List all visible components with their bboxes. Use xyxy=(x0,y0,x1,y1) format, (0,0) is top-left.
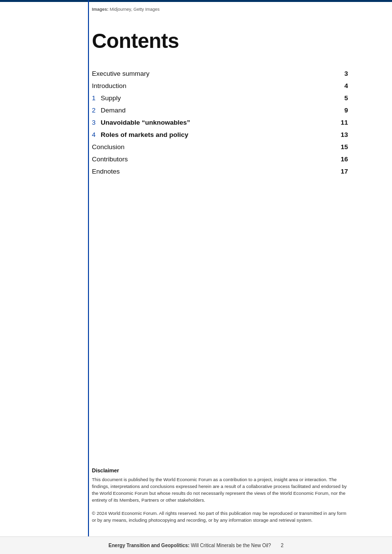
toc-row: Contributors16 xyxy=(92,153,348,165)
footer-page-number: 2 xyxy=(281,543,283,548)
toc-left: 2Demand xyxy=(92,107,338,114)
toc-left: Contributors xyxy=(92,155,338,163)
toc-item-label: Supply xyxy=(101,94,121,102)
footer-title-bold: Energy Transition and Geopolitics: xyxy=(109,543,190,548)
toc-item-label: Contributors xyxy=(92,155,128,163)
toc-page-number: 17 xyxy=(338,168,348,175)
toc-page-number: 3 xyxy=(338,70,348,77)
toc-row: Executive summary3 xyxy=(92,67,348,80)
toc-item-label: Roles of markets and policy xyxy=(101,131,188,138)
page: Images: Midjourney, Getty Images Content… xyxy=(0,0,392,554)
toc-left: Introduction xyxy=(92,82,338,89)
toc-dots xyxy=(152,75,338,76)
toc-item-number: 3 xyxy=(92,119,99,126)
page-title: Contents xyxy=(92,29,348,53)
toc-left: Endnotes xyxy=(92,168,338,175)
toc-row: Introduction4 xyxy=(92,80,348,92)
toc-item-label: Introduction xyxy=(92,82,127,89)
disclaimer-body: This document is published by the World … xyxy=(92,476,348,504)
toc-item-number: 2 xyxy=(92,107,99,114)
toc-row: 4Roles of markets and policy13 xyxy=(92,129,348,141)
toc-left: 4Roles of markets and policy xyxy=(92,131,338,138)
images-value: Midjourney, Getty Images xyxy=(110,7,160,12)
toc-item-label: Endnotes xyxy=(92,168,120,175)
table-of-contents: Executive summary3Introduction41Supply52… xyxy=(92,67,348,177)
toc-dots xyxy=(190,136,338,137)
toc-row: Conclusion15 xyxy=(92,141,348,153)
toc-page-number: 11 xyxy=(338,119,348,126)
toc-dots xyxy=(127,149,338,149)
footer: Energy Transition and Geopolitics: Will … xyxy=(0,536,392,554)
toc-page-number: 16 xyxy=(338,155,348,163)
toc-dots xyxy=(192,124,338,125)
toc-page-number: 13 xyxy=(338,131,348,138)
toc-row: 2Demand9 xyxy=(92,104,348,116)
toc-left: Conclusion xyxy=(92,143,338,151)
toc-item-number: 4 xyxy=(92,131,99,138)
toc-item-label: Unavoidable “unknowables” xyxy=(101,119,190,126)
toc-row: Endnotes17 xyxy=(92,165,348,177)
content-area: Contents Executive summary3Introduction4… xyxy=(92,29,348,177)
toc-left: Executive summary xyxy=(92,70,338,77)
images-label: Images: xyxy=(92,7,109,12)
toc-left: 1Supply xyxy=(92,94,338,102)
toc-page-number: 4 xyxy=(338,82,348,89)
disclaimer-copyright: © 2024 World Economic Forum. All rights … xyxy=(92,510,348,524)
toc-page-number: 5 xyxy=(338,94,348,102)
toc-item-label: Demand xyxy=(101,107,126,114)
toc-page-number: 15 xyxy=(338,143,348,151)
left-accent-bar xyxy=(88,0,89,536)
toc-dots xyxy=(129,88,338,88)
toc-dots xyxy=(122,173,338,174)
toc-dots xyxy=(123,100,338,100)
toc-page-number: 9 xyxy=(338,107,348,114)
footer-title-normal: Will Critical Minerals be the New Oil? xyxy=(190,543,271,548)
top-accent-bar xyxy=(0,0,392,2)
toc-dots xyxy=(130,161,338,161)
toc-left: 3Unavoidable “unknowables” xyxy=(92,119,338,126)
toc-dots xyxy=(128,112,338,112)
disclaimer-area: Disclaimer This document is published by… xyxy=(92,467,348,530)
disclaimer-title: Disclaimer xyxy=(92,467,348,473)
toc-row: 3Unavoidable “unknowables”11 xyxy=(92,116,348,129)
toc-item-label: Executive summary xyxy=(92,70,150,77)
images-credit: Images: Midjourney, Getty Images xyxy=(92,7,159,12)
footer-text: Energy Transition and Geopolitics: Will … xyxy=(109,543,283,548)
toc-item-number: 1 xyxy=(92,94,99,102)
toc-row: 1Supply5 xyxy=(92,92,348,104)
toc-item-label: Conclusion xyxy=(92,143,125,151)
